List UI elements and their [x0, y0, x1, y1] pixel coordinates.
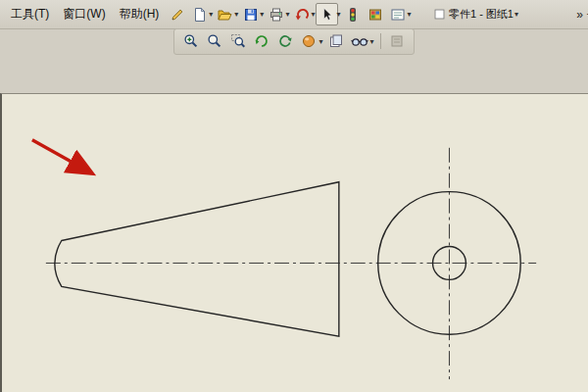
document-icon	[433, 8, 446, 21]
zoom-in-icon	[183, 33, 199, 49]
dropdown-arrow[interactable]: ▾	[209, 10, 213, 19]
zoom-area-icon	[230, 33, 246, 49]
print-button[interactable]	[265, 3, 287, 25]
sketch-button[interactable]	[166, 3, 188, 25]
cone-side-view-outline[interactable]	[55, 182, 339, 336]
drawing-sheet-icon	[390, 7, 406, 23]
hide-show-glasses-icon	[351, 33, 368, 49]
dropdown-arrow[interactable]: ▾	[311, 10, 315, 19]
menu-help[interactable]: 帮助(H)	[113, 2, 167, 26]
dropdown-arrow[interactable]: ▾	[336, 10, 340, 19]
refresh-view-icon	[277, 33, 293, 49]
drawing-sheet-button[interactable]	[386, 3, 409, 25]
view-settings-disabled-icon	[389, 33, 405, 49]
open-folder-icon	[217, 7, 233, 23]
display-style-sphere-icon	[301, 33, 317, 49]
zoom-fit-icon	[207, 33, 222, 49]
toolbar-overflow[interactable]: » 寻	[576, 6, 588, 23]
view-settings-button[interactable]	[386, 30, 409, 53]
color-swatch-icon	[368, 7, 383, 23]
pencil-icon	[170, 7, 185, 23]
hide-show-items-button[interactable]	[349, 30, 371, 53]
open-button[interactable]	[214, 3, 236, 25]
save-button[interactable]	[239, 3, 262, 25]
display-style-button[interactable]	[297, 30, 319, 53]
new-document-icon	[192, 7, 208, 23]
red-pointer-arrow	[32, 140, 92, 173]
dropdown-arrow[interactable]: ▾	[285, 10, 289, 19]
select-cursor-icon	[319, 7, 334, 22]
overflow-chevron[interactable]: »	[576, 8, 583, 22]
drawing-canvas[interactable]	[2, 94, 588, 392]
select-tool-button[interactable]	[316, 3, 338, 25]
refresh-view-button[interactable]	[273, 30, 296, 53]
document-selector[interactable]: 零件1 - 图纸1 ▾	[433, 7, 519, 22]
undo-button[interactable]	[290, 3, 313, 25]
color-swatch-button[interactable]	[364, 3, 386, 25]
dropdown-arrow[interactable]: ▾	[260, 10, 264, 19]
rotate-view-icon	[254, 33, 270, 49]
menu-window[interactable]: 窗口(W)	[56, 2, 112, 26]
zoom-area-button[interactable]	[226, 30, 249, 53]
print-icon	[269, 7, 284, 23]
menubar: 工具(T) 窗口(W) 帮助(H) ▾ ▾ ▾	[0, 0, 588, 29]
pages-icon	[328, 33, 344, 49]
view-toolbar-group: ▾ ▾	[173, 28, 414, 55]
dropdown-arrow[interactable]: ▾	[407, 10, 411, 19]
dropdown-arrow[interactable]: ▾	[514, 10, 518, 19]
document-selector-label: 零件1 - 图纸1	[449, 7, 514, 22]
view-toolbar: ▾ ▾	[0, 28, 588, 54]
new-document-button[interactable]	[188, 3, 211, 25]
dropdown-arrow[interactable]: ▾	[318, 37, 322, 46]
drawing-sheet[interactable]	[0, 93, 588, 392]
save-floppy-icon	[243, 7, 259, 23]
zoom-in-button[interactable]	[179, 30, 202, 53]
traffic-light-button[interactable]	[341, 3, 364, 25]
undo-icon	[294, 7, 310, 23]
pages-button[interactable]	[325, 30, 348, 53]
dropdown-arrow[interactable]: ▾	[234, 10, 238, 19]
rotate-view-button[interactable]	[250, 30, 272, 53]
toolbar-separator	[380, 33, 381, 49]
traffic-light-icon	[346, 7, 360, 23]
zoom-fit-button[interactable]	[203, 30, 225, 53]
menu-tools[interactable]: 工具(T)	[4, 2, 56, 26]
dropdown-arrow[interactable]: ▾	[370, 37, 374, 46]
